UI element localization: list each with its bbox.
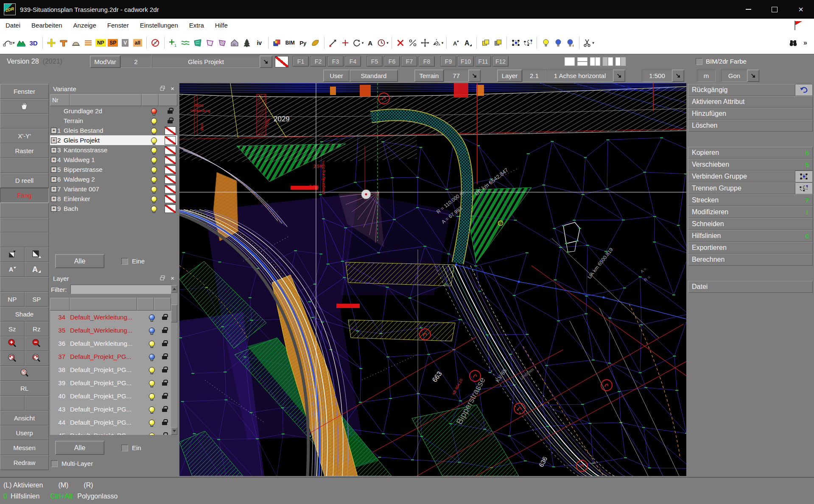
hinzufuegen-button[interactable]: Hinzufügen: [688, 108, 813, 120]
terrain-dropdown-button[interactable]: [468, 70, 481, 82]
menu-item[interactable]: Einstellungen: [134, 22, 184, 29]
visibility-bulb-icon[interactable]: [149, 328, 155, 333]
drawing-canvas[interactable]: 20293300Verwindung50.03.0%2.5%- 3.0%Läng…: [179, 83, 686, 476]
sp-button[interactable]: SP: [25, 292, 49, 307]
profile-icon[interactable]: [58, 36, 70, 50]
surface-icon[interactable]: [192, 36, 204, 50]
eine-checkbox[interactable]: [121, 258, 128, 265]
angle-dropdown-button[interactable]: [747, 70, 759, 82]
cad-drawing[interactable]: 20293300Verwindung50.03.0%2.5%- 3.0%Läng…: [179, 83, 686, 476]
menu-item[interactable]: Fenster: [102, 22, 134, 29]
layer-value-field[interactable]: 2.1: [522, 70, 546, 82]
userp-button[interactable]: Userp: [0, 426, 49, 440]
ungroup-icon[interactable]: [522, 36, 534, 50]
visibility-bulb-icon[interactable]: [149, 393, 155, 399]
text-larger-icon[interactable]: A: [25, 262, 49, 277]
variante-alle-button[interactable]: Alle: [55, 254, 104, 268]
visibility-bulb-icon[interactable]: [151, 108, 157, 114]
blank-button[interactable]: [0, 158, 49, 173]
np-button[interactable]: NP: [0, 292, 25, 307]
bulb-blue-icon[interactable]: [552, 36, 564, 50]
visibility-bulb-icon[interactable]: [151, 206, 157, 212]
fkey-button[interactable]: F3: [327, 56, 344, 67]
fkey-button[interactable]: F5: [366, 56, 383, 67]
modvar-color-swatch[interactable]: [275, 56, 288, 67]
variant-color-swatch[interactable]: [165, 204, 176, 213]
float-panel-icon[interactable]: [159, 275, 165, 282]
aktivieren-attribut-button[interactable]: Aktivieren Attribut: [688, 96, 813, 108]
unit-field[interactable]: m: [697, 70, 716, 82]
all-badge-icon[interactable]: all: [132, 36, 143, 50]
variante-row[interactable]: + 9 Bach: [50, 204, 177, 213]
lock-icon[interactable]: [162, 422, 167, 425]
expand-icon[interactable]: +: [51, 137, 57, 143]
modvar-button[interactable]: ModVar: [90, 56, 120, 68]
visibility-bulb-icon[interactable]: [149, 420, 155, 426]
axis-dropdown-button[interactable]: [613, 70, 625, 82]
messen-button[interactable]: Messen: [0, 440, 49, 455]
sz-button[interactable]: Sz: [0, 322, 25, 336]
layer-row[interactable]: 45 Default_Projekt_PG...: [50, 429, 177, 435]
layer-button[interactable]: Layer: [497, 70, 522, 82]
menu-item[interactable]: Datei: [0, 22, 26, 29]
layout-hsplit-icon[interactable]: [577, 57, 588, 66]
layer-row[interactable]: 43 Default_Projekt_PG...: [50, 403, 177, 416]
expand-icon[interactable]: +: [51, 196, 57, 202]
visibility-bulb-icon[interactable]: [149, 406, 155, 412]
visibility-bulb-icon[interactable]: [149, 314, 155, 320]
expand-icon[interactable]: +: [51, 128, 57, 134]
modvar-name-field[interactable]: Gleis Projekt: [152, 56, 260, 68]
more-tools-icon[interactable]: »: [800, 36, 811, 50]
axis-field[interactable]: 1 Achse horizontal: [546, 70, 613, 82]
close-button[interactable]: ×: [788, 0, 814, 19]
visibility-bulb-icon[interactable]: [151, 118, 157, 124]
expand-icon[interactable]: +: [51, 167, 57, 173]
zoom-history-icon[interactable]: [0, 366, 49, 381]
trennen-gruppe-button[interactable]: Trennen Gruppe: [688, 182, 795, 194]
lock-icon[interactable]: [162, 382, 167, 386]
menu-item[interactable]: Anzeige: [68, 22, 102, 29]
scale-icon[interactable]: [407, 36, 419, 50]
float-panel-icon[interactable]: [159, 85, 165, 92]
view-3d-icon[interactable]: 3D: [28, 36, 39, 50]
expand-icon[interactable]: +: [51, 157, 57, 163]
layer-row[interactable]: 36 Default_Werkleitung...: [50, 337, 177, 350]
tunnel-icon[interactable]: [70, 36, 82, 50]
visibility-bulb-icon[interactable]: [149, 380, 155, 386]
visibility-bulb-icon[interactable]: [149, 354, 155, 360]
fkey-button[interactable]: F6: [384, 56, 400, 67]
visibility-bulb-icon[interactable]: [149, 367, 155, 373]
variant-color-swatch[interactable]: [165, 185, 176, 193]
standard-button[interactable]: Standard: [350, 70, 398, 82]
variant-color-swatch[interactable]: [165, 195, 176, 203]
bulb-yellow-icon[interactable]: [540, 36, 551, 50]
axis-icon[interactable]: [46, 36, 57, 50]
fkey-button[interactable]: F7: [401, 56, 417, 67]
layout-vsplit-icon[interactable]: [590, 57, 601, 66]
polygon-hatch-icon[interactable]: [217, 36, 228, 50]
variant-color-swatch[interactable]: [165, 136, 176, 145]
blank-button[interactable]: [0, 232, 49, 247]
lock-icon[interactable]: [162, 343, 167, 346]
v-badge-icon[interactable]: V: [120, 36, 131, 50]
blank-button[interactable]: [0, 396, 25, 411]
blank-button[interactable]: [0, 203, 49, 218]
modvar-dropdown-button[interactable]: [260, 56, 272, 68]
expand-icon[interactable]: +: [51, 147, 57, 153]
fkey-button[interactable]: F4: [345, 56, 361, 67]
lock-icon[interactable]: [162, 369, 167, 372]
layer-row[interactable]: 35 Default_Werkleitung...: [50, 324, 177, 337]
leaf-icon[interactable]: [310, 36, 321, 50]
modifizieren-button[interactable]: Modifizieren 1: [688, 206, 813, 218]
fang-button[interactable]: Fang: [0, 188, 49, 203]
variante-row[interactable]: + 1 Gleis Bestand: [50, 126, 177, 135]
variante-row[interactable]: + 5 Bipperstrasse: [50, 165, 177, 174]
python-icon[interactable]: Py: [297, 36, 309, 50]
rl-button[interactable]: RL: [0, 381, 49, 396]
layer-row[interactable]: 39 Default_Projekt_PG...: [50, 376, 177, 389]
layout-single-icon[interactable]: [564, 57, 575, 66]
rueckgaengig-button[interactable]: Rückgängig: [688, 84, 795, 96]
invert-small-icon[interactable]: [0, 247, 25, 262]
zoom-previous-icon[interactable]: [0, 351, 25, 366]
zoom-in-icon[interactable]: [0, 336, 25, 351]
